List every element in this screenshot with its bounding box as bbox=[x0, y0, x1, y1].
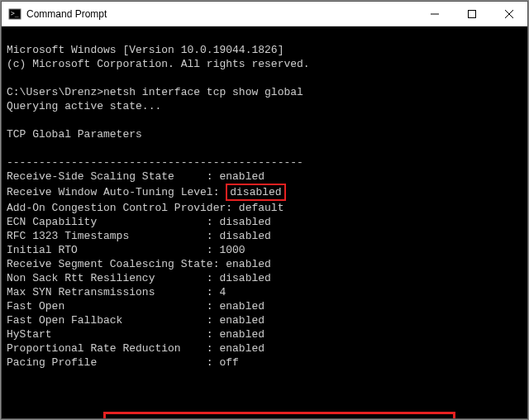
param-row: Non Sack Rtt Resiliency : disabled bbox=[7, 271, 522, 285]
param-label: Receive Segment Coalescing State bbox=[7, 258, 213, 270]
param-colon: : bbox=[207, 230, 220, 242]
param-row: ECN Capability : disabled bbox=[7, 215, 522, 229]
param-value: enabled bbox=[226, 258, 271, 270]
maximize-button[interactable] bbox=[453, 2, 490, 26]
param-value-highlighted: disabled bbox=[226, 184, 285, 201]
param-label: Fast Open Fallback bbox=[7, 314, 207, 327]
param-colon: : bbox=[226, 202, 239, 214]
param-row: Max SYN Retransmissions : 4 bbox=[7, 285, 522, 299]
param-label: HyStart bbox=[7, 328, 207, 341]
param-colon: : bbox=[207, 342, 220, 355]
param-row: Add-On Congestion Control Provider: defa… bbox=[7, 201, 522, 215]
close-button[interactable] bbox=[490, 2, 527, 26]
command-prompt-window: >_ Command Prompt Microsoft Windows [Ver… bbox=[1, 1, 528, 419]
window-title: Command Prompt bbox=[26, 8, 416, 20]
app-icon: >_ bbox=[8, 7, 21, 21]
svg-text:>_: >_ bbox=[11, 10, 19, 17]
param-label: Add-On Congestion Control Provider bbox=[7, 202, 226, 214]
param-value: enabled bbox=[219, 314, 264, 327]
param-label: Fast Open bbox=[7, 300, 207, 313]
param-colon: : bbox=[207, 170, 220, 183]
param-value: 4 bbox=[219, 286, 226, 298]
param-row: HyStart : enabled bbox=[7, 327, 522, 341]
param-label: Receive-Side Scaling State bbox=[7, 170, 207, 183]
param-colon: : bbox=[207, 244, 220, 256]
param-value: disabled bbox=[219, 230, 270, 242]
param-colon: : bbox=[207, 328, 220, 341]
param-value: default bbox=[239, 202, 284, 214]
querying-status: Querying active state... bbox=[7, 100, 161, 112]
param-colon: : bbox=[207, 286, 220, 298]
param-row: Receive Segment Coalescing State: enable… bbox=[7, 257, 522, 271]
param-value: disabled bbox=[219, 216, 270, 228]
param-value: disabled bbox=[219, 272, 270, 284]
param-colon: : bbox=[207, 356, 220, 369]
param-value: enabled bbox=[219, 170, 264, 183]
param-row: Proportional Rate Reduction : enabled bbox=[7, 341, 522, 356]
param-row: Fast Open : enabled bbox=[7, 299, 522, 313]
param-colon: : bbox=[213, 186, 226, 198]
prompt-path-2: C:\Users\Drenz> bbox=[7, 418, 103, 418]
param-value: enabled bbox=[219, 328, 264, 341]
param-label: Receive Window Auto-Tuning Level bbox=[7, 186, 213, 198]
parameters-list: Receive-Side Scaling State : enabledRece… bbox=[7, 169, 522, 370]
dashes-separator: ----------------------------------------… bbox=[7, 156, 303, 169]
param-row: Initial RTO : 1000 bbox=[7, 243, 522, 257]
param-colon: : bbox=[207, 314, 220, 327]
param-colon: : bbox=[207, 300, 220, 313]
param-label: Proportional Rate Reduction bbox=[7, 342, 207, 355]
param-row: Fast Open Fallback : enabled bbox=[7, 313, 522, 327]
param-value: off bbox=[219, 356, 238, 369]
prompt-path: C:\Users\Drenz> bbox=[7, 86, 103, 98]
minimize-button[interactable] bbox=[416, 2, 453, 26]
param-colon: : bbox=[207, 216, 220, 228]
param-label: Max SYN Retransmissions bbox=[7, 286, 207, 298]
version-line: Microsoft Windows [Version 10.0.19044.18… bbox=[7, 44, 284, 56]
window-controls bbox=[416, 2, 527, 26]
command-text: netsh interface tcp show global bbox=[103, 86, 303, 98]
titlebar[interactable]: >_ Command Prompt bbox=[2, 2, 527, 26]
param-value: 1000 bbox=[219, 244, 245, 256]
param-colon: : bbox=[207, 272, 220, 284]
copyright-line: (c) Microsoft Corporation. All rights re… bbox=[7, 58, 310, 70]
section-title: TCP Global Parameters bbox=[7, 127, 522, 141]
param-value: enabled bbox=[219, 342, 264, 355]
param-label: ECN Capability bbox=[7, 216, 207, 228]
param-label: RFC 1323 Timestamps bbox=[7, 230, 207, 242]
command-text-2: netsh interface tcp set global autotunin… bbox=[108, 418, 450, 418]
svg-rect-3 bbox=[468, 10, 475, 17]
param-row: Receive Window Auto-Tuning Level: disabl… bbox=[7, 184, 522, 201]
param-row: Receive-Side Scaling State : enabled bbox=[7, 169, 522, 184]
param-label: Non Sack Rtt Resiliency bbox=[7, 272, 207, 284]
param-row: Pacing Profile : off bbox=[7, 356, 522, 370]
command-highlighted: netsh interface tcp set global autotunin… bbox=[103, 412, 455, 418]
param-label: Pacing Profile bbox=[7, 356, 207, 369]
param-row: RFC 1323 Timestamps : disabled bbox=[7, 229, 522, 243]
param-value: enabled bbox=[219, 300, 264, 313]
param-label: Initial RTO bbox=[7, 244, 207, 256]
param-colon: : bbox=[213, 258, 226, 270]
terminal-output[interactable]: Microsoft Windows [Version 10.0.19044.18… bbox=[2, 26, 527, 418]
